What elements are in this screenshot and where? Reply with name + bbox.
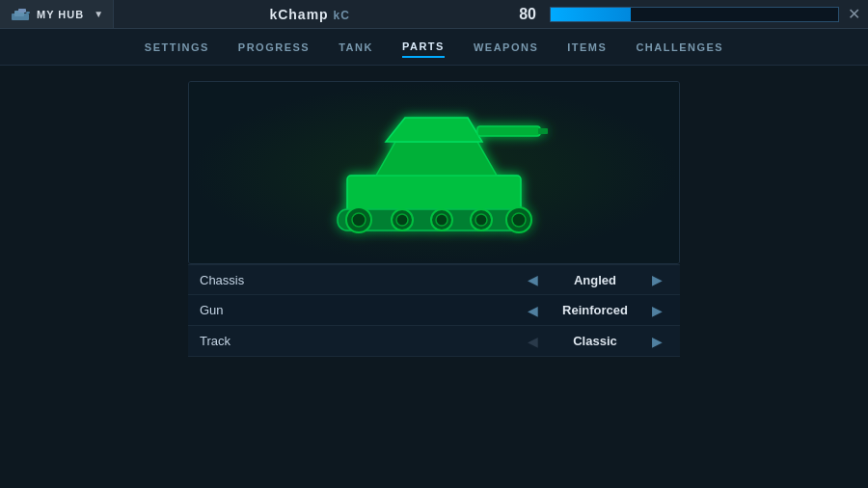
chassis-value: Angled — [552, 273, 638, 287]
svg-marker-5 — [376, 142, 497, 176]
xp-bar: 10027904xp / 352000xp — [550, 0, 839, 28]
svg-rect-8 — [538, 128, 548, 134]
top-bar: MY HUB ▼ kChamp kC 80 10027904xp / 35200… — [0, 0, 868, 29]
xp-text: 10027904xp / 352000xp — [647, 21, 743, 22]
player-name: kChamp kC — [114, 7, 505, 22]
parts-list: Chassis ◀ Angled ▶ Gun ◀ Reinforced ▶ Tr… — [188, 264, 680, 357]
nav-tabs: SETTINGS PROGRESS TANK PARTS WEAPONS ITE… — [0, 29, 868, 66]
svg-point-15 — [436, 214, 448, 226]
tab-parts[interactable]: PARTS — [402, 37, 445, 58]
hub-label: MY HUB — [37, 9, 84, 20]
gun-next-button[interactable]: ▶ — [646, 302, 668, 319]
gun-nav: ◀ Reinforced ▶ — [522, 302, 668, 319]
track-row: Track ◀ Classic ▶ — [188, 326, 680, 357]
chassis-prev-button[interactable]: ◀ — [522, 271, 544, 288]
track-prev-button: ◀ — [522, 333, 544, 350]
tab-items[interactable]: ITEMS — [567, 38, 607, 57]
gun-label: Gun — [200, 303, 522, 317]
track-next-button[interactable]: ▶ — [646, 333, 668, 350]
svg-point-11 — [352, 213, 366, 227]
hub-logo[interactable]: MY HUB ▼ — [0, 0, 114, 28]
svg-point-17 — [475, 214, 487, 226]
track-label: Track — [200, 334, 522, 348]
svg-point-19 — [512, 213, 526, 227]
tank-mini-icon — [10, 7, 31, 22]
tab-weapons[interactable]: WEAPONS — [474, 38, 538, 57]
tab-tank[interactable]: TANK — [339, 38, 373, 57]
tab-settings[interactable]: SETTINGS — [145, 38, 209, 57]
svg-rect-7 — [477, 126, 540, 136]
svg-marker-6 — [386, 118, 482, 142]
track-value: Classic — [552, 334, 638, 348]
chassis-row: Chassis ◀ Angled ▶ — [188, 264, 680, 295]
svg-rect-2 — [18, 9, 26, 13]
hub-dropdown-arrow[interactable]: ▼ — [94, 9, 103, 19]
tab-progress[interactable]: PROGRESS — [238, 38, 310, 57]
chassis-nav: ◀ Angled ▶ — [522, 271, 668, 288]
svg-point-13 — [396, 214, 408, 226]
close-button[interactable]: ✕ — [839, 0, 868, 29]
gun-row: Gun ◀ Reinforced ▶ — [188, 295, 680, 326]
track-nav: ◀ Classic ▶ — [522, 333, 668, 350]
chassis-label: Chassis — [200, 273, 522, 287]
tab-challenges[interactable]: CHALLENGES — [636, 38, 723, 57]
svg-rect-3 — [26, 12, 30, 14]
tank-display — [188, 81, 680, 264]
player-level: 80 — [505, 6, 550, 23]
main-content: Chassis ◀ Angled ▶ Gun ◀ Reinforced ▶ Tr… — [0, 66, 868, 366]
gun-value: Reinforced — [552, 303, 638, 317]
tank-image — [299, 94, 569, 252]
chassis-next-button[interactable]: ▶ — [646, 271, 668, 288]
gun-prev-button[interactable]: ◀ — [522, 302, 544, 319]
